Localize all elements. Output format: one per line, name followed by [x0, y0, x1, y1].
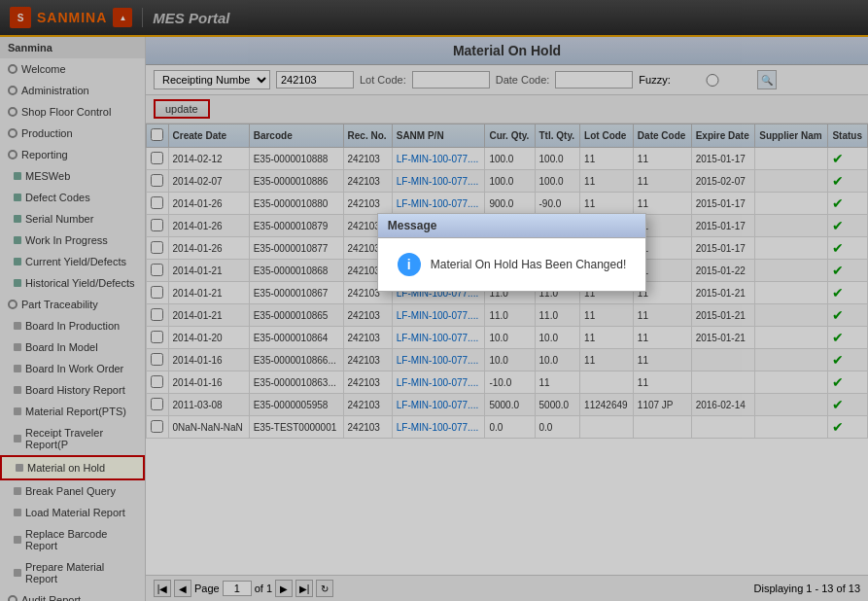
modal-body: i Material On Hold Has Been Changed!	[378, 238, 645, 291]
info-icon: i	[398, 253, 421, 276]
message-dialog: Message i Material On Hold Has Been Chan…	[377, 213, 646, 292]
modal-overlay: Message i Material On Hold Has Been Chan…	[0, 0, 868, 601]
modal-title: Message	[388, 219, 437, 232]
modal-message: Material On Hold Has Been Changed!	[431, 258, 626, 271]
info-icon-label: i	[407, 257, 411, 272]
modal-title-bar: Message	[378, 214, 645, 238]
